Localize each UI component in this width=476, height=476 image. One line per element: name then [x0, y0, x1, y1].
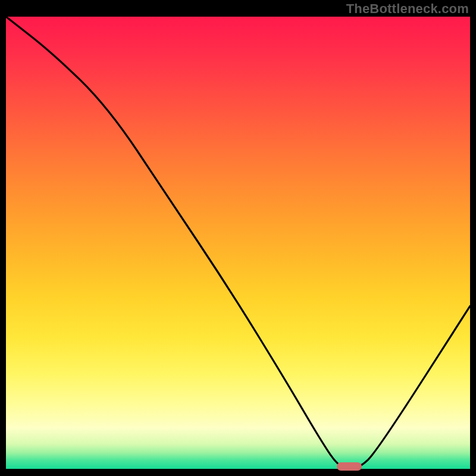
curve-path	[6, 17, 470, 469]
plot-area	[6, 17, 470, 469]
chart-frame: TheBottleneck.com	[0, 0, 476, 476]
optimum-marker	[337, 462, 362, 471]
watermark-text: TheBottleneck.com	[346, 1, 469, 17]
bottleneck-curve	[6, 17, 470, 469]
